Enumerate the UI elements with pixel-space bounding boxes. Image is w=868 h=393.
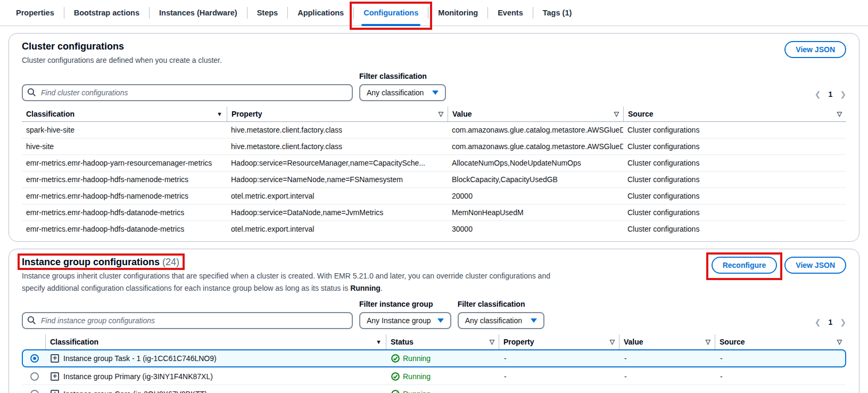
instance-group-description-line1: Instance groups inherit cluster configur… (22, 271, 550, 281)
status-badge: Running (391, 354, 431, 363)
instance-group-search-input[interactable] (22, 312, 353, 329)
radio-button-selected[interactable] (30, 354, 39, 363)
cell-value: AllocateNumOps,NodeUpdateNumOps (448, 155, 623, 171)
tab-separator (428, 7, 428, 19)
radio-button[interactable] (30, 372, 39, 381)
filter-classification-label: Filter classification (359, 72, 446, 80)
tab-separator (487, 7, 488, 19)
cell-value: 20000 (448, 188, 623, 204)
classification-filter-dropdown[interactable]: Any classification (359, 84, 446, 101)
cell-classification: hive-site (22, 138, 227, 154)
instance-group-configurations-panel: Instance group configurations (24) Insta… (9, 249, 859, 393)
column-header-source: Source (720, 338, 745, 346)
cell-value: - (620, 369, 716, 384)
next-page-icon[interactable]: ❯ (840, 90, 846, 99)
cluster-configurations-panel: Cluster configurations Cluster configura… (9, 33, 859, 242)
cluster-configurations-description: Cluster configurations are defined when … (22, 55, 222, 66)
filter-icon[interactable]: ▽ (706, 338, 710, 346)
table-row-instance-group-core[interactable]: Instance group Core (ig-2OH0Y67V0BKTT) R… (22, 385, 846, 393)
view-json-button[interactable]: View JSON (784, 257, 846, 274)
next-page-icon[interactable]: ❯ (840, 318, 846, 326)
cluster-configurations-table: Classification▼ Property▽ Value▽ Source▽… (22, 107, 846, 237)
instance-group-filter-dropdown[interactable]: Any Instance group (359, 312, 451, 329)
filter-icon[interactable]: ▼ (217, 111, 222, 117)
cell-value: - (620, 350, 716, 366)
status-badge: Running (391, 372, 431, 381)
tab-bootstrap-actions[interactable]: Bootstrap actions (67, 0, 147, 26)
cell-classification: emr-metrics.emr-hadoop-hdfs-datanode-met… (22, 221, 227, 237)
filter-icon[interactable]: ▽ (837, 110, 842, 118)
expand-row-icon[interactable] (51, 390, 59, 393)
table-row: emr-metrics.emr-hadoop-hdfs-namenode-met… (22, 188, 846, 204)
previous-page-icon[interactable]: ❮ (815, 318, 821, 326)
cell-source: - (716, 386, 845, 393)
tab-properties[interactable]: Properties (9, 0, 62, 26)
classification-filter-value: Any classification (367, 88, 424, 97)
chevron-down-icon (432, 91, 439, 95)
chevron-down-icon (437, 318, 444, 323)
instance-group-title-text: Instance group configurations (22, 257, 160, 267)
table-row: emr-metrics.emr-hadoop-hdfs-datanode-met… (22, 204, 846, 221)
filter-icon[interactable]: ▽ (614, 110, 619, 118)
cluster-configurations-title: Cluster configurations (22, 41, 124, 52)
cell-classification: spark-hive-site (22, 122, 227, 138)
page-number[interactable]: 1 (828, 90, 832, 99)
cell-property: otel.metric.export.interval (227, 221, 448, 237)
cell-property: - (500, 350, 620, 366)
table-header-row: Classification▼ Property▽ Value▽ Source▽ (22, 107, 846, 122)
cell-source: Cluster configurations (623, 221, 846, 237)
tab-events[interactable]: Events (490, 0, 531, 26)
filter-classification-label: Filter classification (458, 300, 544, 308)
cluster-detail-tabbar: Properties Bootstrap actions Instances (… (0, 0, 868, 26)
cell-value: - (620, 386, 716, 393)
tab-separator (64, 7, 64, 19)
tab-configurations[interactable]: Configurations (356, 0, 426, 26)
filter-icon[interactable]: ▽ (490, 338, 494, 346)
filter-icon[interactable]: ▽ (439, 110, 443, 118)
instance-group-description-line2: specify additional configuration classif… (22, 283, 550, 293)
instance-group-count: (24) (162, 257, 179, 267)
tab-monitoring[interactable]: Monitoring (431, 0, 485, 26)
column-header-value: Value (452, 110, 472, 118)
expand-row-icon[interactable] (51, 372, 59, 381)
page-number[interactable]: 1 (828, 318, 832, 326)
previous-page-icon[interactable]: ❮ (815, 90, 821, 99)
tab-separator (247, 7, 247, 19)
cell-property: hive.metastore.client.factory.class (227, 138, 448, 154)
cell-property: hive.metastore.client.factory.class (227, 122, 448, 138)
cell-property: Hadoop:service=ResourceManager,name=Capa… (227, 155, 448, 171)
cluster-config-pagination: ❮ 1 ❯ (815, 90, 846, 101)
cell-property: otel.metric.export.interval (227, 188, 448, 204)
classification-filter-value: Any classification (465, 316, 522, 325)
table-row-instance-group-task[interactable]: Instance group Task - 1 (ig-1CC61C746LNO… (22, 349, 846, 367)
cell-property: - (500, 386, 620, 393)
filter-icon[interactable]: ▼ (376, 339, 382, 345)
instance-group-search (22, 312, 353, 329)
cell-source: Cluster configurations (623, 171, 846, 187)
tab-separator (533, 7, 533, 19)
column-header-source: Source (628, 110, 653, 118)
tab-instances-hardware[interactable]: Instances (Hardware) (152, 0, 245, 26)
tab-tags[interactable]: Tags (1) (535, 0, 580, 26)
cell-value: BlockCapacity,CapacityUsedGB (448, 171, 623, 187)
cell-source: - (716, 369, 845, 384)
cell-value: 30000 (448, 221, 623, 237)
classification-filter-dropdown[interactable]: Any classification (458, 312, 544, 329)
filter-icon[interactable]: ▽ (837, 338, 842, 346)
table-row-instance-group-primary[interactable]: Instance group Primary (ig-3INY1F4NK87XL… (22, 367, 846, 385)
cell-classification: emr-metrics.emr-hadoop-hdfs-namenode-met… (22, 171, 227, 187)
cluster-config-search-input[interactable] (22, 84, 353, 101)
cell-source: Cluster configurations (623, 155, 846, 171)
tab-separator (353, 7, 354, 19)
search-icon (27, 316, 36, 327)
radio-button[interactable] (30, 390, 39, 393)
table-row: emr-metrics.emr-hadoop-hdfs-datanode-met… (22, 221, 846, 237)
instance-group-configurations-table: Classification▼ Status▽ Property▽ Value▽… (22, 334, 846, 393)
view-json-button[interactable]: View JSON (784, 41, 846, 58)
tab-applications[interactable]: Applications (290, 0, 351, 26)
expand-row-icon[interactable] (51, 354, 59, 363)
filter-icon[interactable]: ▽ (610, 338, 615, 346)
reconfigure-button[interactable]: Reconfigure (712, 257, 778, 274)
tab-steps[interactable]: Steps (250, 0, 286, 26)
column-header-property: Property (232, 110, 262, 118)
